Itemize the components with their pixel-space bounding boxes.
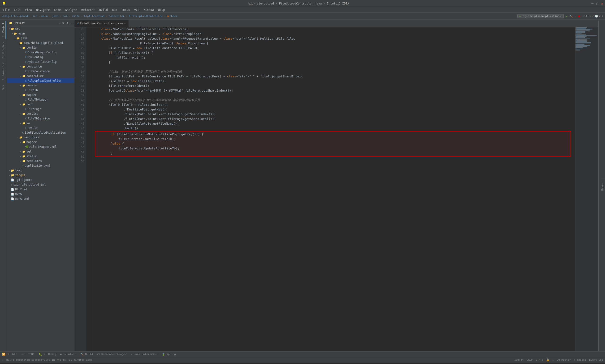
todo-tab[interactable]: ≡ 6: TODO bbox=[19, 352, 36, 356]
menu-window[interactable]: Window bbox=[142, 8, 155, 12]
tab-close-button[interactable]: ✕ bbox=[124, 22, 126, 25]
stop-button[interactable]: ■ bbox=[578, 15, 580, 18]
breadcrumb-method[interactable]: check bbox=[170, 15, 178, 18]
line-num-44: 44 bbox=[75, 117, 84, 121]
menu-view[interactable]: View bbox=[23, 8, 34, 12]
tree-item-mvnw[interactable]: 📄mvnw bbox=[7, 192, 74, 196]
menu-edit[interactable]: Edit bbox=[12, 8, 23, 12]
nav-back-icon[interactable]: ◁ bbox=[2, 15, 3, 18]
tree-item-resources[interactable]: ▾📂resources bbox=[7, 135, 74, 140]
close-button[interactable]: ✕ bbox=[601, 2, 603, 5]
tree-item-mapper[interactable]: ▸📁mapper bbox=[7, 92, 74, 97]
menu-vcs[interactable]: VCS bbox=[132, 8, 141, 12]
tree-item-filetb[interactable]: CFileTb bbox=[7, 88, 74, 92]
tree-item-static[interactable]: ▸📁static bbox=[7, 154, 74, 159]
java-enterprise-tab[interactable]: ☕ Java Enterprise bbox=[129, 352, 159, 356]
tree-item-crossoriginconfig[interactable]: CCrossOriginConfig bbox=[7, 50, 74, 55]
tree-item-filetbmapper-xml[interactable]: 🌿FileTbMapper.xml bbox=[7, 144, 74, 149]
tree-item-constance[interactable]: ▸📁constance bbox=[7, 64, 74, 69]
tree-item-domain[interactable]: ▸📁domain bbox=[7, 83, 74, 88]
tree-item-mapper[interactable]: ▸📁mapper bbox=[7, 140, 74, 144]
tree-item-help-md[interactable]: 📄HELP.md bbox=[7, 187, 74, 192]
breadcrumb-com[interactable]: com bbox=[63, 15, 67, 18]
project-settings-icon[interactable]: ⚙ bbox=[67, 22, 69, 25]
tree-item-templates[interactable]: ▸📁templates bbox=[7, 159, 74, 163]
project-minimize-icon[interactable]: ─ bbox=[71, 22, 72, 25]
tree-item-filepojo[interactable]: CFilePojo bbox=[7, 107, 74, 111]
status-spaces[interactable]: 4 spaces bbox=[574, 358, 586, 361]
status-linesep[interactable]: CRLF bbox=[526, 358, 533, 361]
maven-panel-tab[interactable]: Maven bbox=[600, 179, 605, 193]
tree-item-application-yml[interactable]: Yapplication.yml bbox=[7, 163, 74, 168]
breadcrumb-src[interactable]: src bbox=[32, 15, 37, 18]
project-add-icon[interactable]: + bbox=[58, 22, 60, 25]
status-position[interactable]: 100:44 bbox=[514, 358, 524, 361]
run-config-btn[interactable]: ▶ BigFileUploadApplication ▾ bbox=[517, 14, 564, 18]
tree-item-vo[interactable]: ▸📁vo bbox=[7, 121, 74, 126]
breadcrumb-class[interactable]: FileUploadController bbox=[131, 15, 163, 18]
menu-refactor[interactable]: Refactor bbox=[79, 8, 97, 12]
menu-navigate[interactable]: Navigate bbox=[34, 8, 52, 12]
tree-item-controller[interactable]: ▸📁controller bbox=[7, 74, 74, 78]
tree-item-pojo[interactable]: ▸📁pojo bbox=[7, 102, 74, 107]
tree-item-mvcconfig[interactable]: CMvcConfig bbox=[7, 55, 74, 60]
build-button[interactable]: 🔨 bbox=[570, 15, 573, 18]
menu-tools[interactable]: Tools bbox=[120, 8, 132, 12]
tree-item-big-file-upload-iml[interactable]: ◇big-file-upload.iml bbox=[7, 182, 74, 187]
tree-item-src[interactable]: ▾📂src bbox=[7, 26, 74, 31]
tree-item-config[interactable]: ▸📁config bbox=[7, 45, 74, 50]
project-sync-icon[interactable]: ⟳ bbox=[62, 22, 65, 25]
tree-item-service[interactable]: ▸📁service bbox=[7, 111, 74, 116]
tree-icon: 📁 bbox=[11, 174, 14, 177]
tree-icon: C bbox=[25, 56, 27, 59]
tree-item-mybatisplusconfig[interactable]: CMybatisPlusConfig bbox=[7, 60, 74, 64]
menu-help[interactable]: Help bbox=[156, 8, 167, 12]
terminal-tab[interactable]: ▶ Terminal bbox=[58, 352, 78, 356]
tree-item-bigfileuploadapplication[interactable]: CBigFileUploadApplication bbox=[7, 130, 74, 135]
tree-item-filetbmapper[interactable]: IFileTbMapper bbox=[7, 97, 74, 102]
tree-item-filetbservice[interactable]: CFileTbService bbox=[7, 116, 74, 121]
build-tab[interactable]: 🔨 Build bbox=[79, 352, 95, 356]
breadcrumb-controller[interactable]: controller bbox=[109, 15, 124, 18]
breadcrumb-project[interactable]: big-file-upload bbox=[4, 15, 28, 18]
status-encoding[interactable]: UTF-8 bbox=[536, 358, 543, 361]
status-git-branch[interactable]: ⎇ master bbox=[557, 358, 571, 361]
breadcrumb-zhifa[interactable]: zhifa bbox=[72, 15, 80, 18]
tree-item-target[interactable]: ▸📁target bbox=[7, 173, 74, 178]
activity-favorites[interactable]: 2: Favorites bbox=[1, 61, 6, 82]
tree-item-sql[interactable]: ▸📁sql bbox=[7, 149, 74, 154]
activity-structure[interactable]: Z: Structure bbox=[1, 40, 6, 60]
spring-tab[interactable]: 🍃 Spring bbox=[160, 352, 178, 356]
maximize-button[interactable]: □ bbox=[596, 2, 598, 5]
breadcrumb-main[interactable]: main bbox=[41, 15, 48, 18]
minimize-button[interactable]: ─ bbox=[591, 2, 593, 5]
db-changes-tab[interactable]: 🗃 Database Changes bbox=[95, 352, 128, 356]
menu-run[interactable]: Run bbox=[110, 8, 119, 12]
tree-item-test[interactable]: ▸📁test bbox=[7, 168, 74, 173]
tree-label: FileTbMapper.xml bbox=[29, 145, 57, 148]
menu-code[interactable]: Code bbox=[52, 8, 63, 12]
activity-project[interactable]: 1: Project bbox=[1, 21, 6, 39]
breadcrumb-java[interactable]: java bbox=[52, 15, 58, 18]
breadcrumb-bigfileupload[interactable]: bigfileupload bbox=[84, 15, 104, 18]
tree-item-result[interactable]: CResult bbox=[7, 126, 74, 130]
tree-item-main[interactable]: ▾📂main bbox=[7, 31, 74, 36]
menu-file[interactable]: File bbox=[1, 8, 12, 12]
database-panel-tab[interactable]: Database bbox=[598, 177, 600, 194]
git-tab[interactable]: 9: Git bbox=[6, 352, 19, 356]
menu-build[interactable]: Build bbox=[97, 8, 110, 12]
event-log-label[interactable]: Event Log bbox=[589, 358, 603, 361]
menu-analyze[interactable]: Analyze bbox=[63, 8, 79, 12]
tree-item--gitignore[interactable]: 📄.gitignore bbox=[7, 178, 74, 182]
code-content[interactable]: class="kw">private FileTbService fileTbS… bbox=[91, 27, 575, 351]
tree-item-fileuploadcontroller[interactable]: CFileUploadController bbox=[7, 78, 74, 83]
tree-item-java[interactable]: ▾📂java bbox=[7, 36, 74, 41]
tree-item-com-zhifa-bigfileupload[interactable]: ▾📂com.zhifa.bigfileupload bbox=[7, 41, 74, 45]
tree-item-fileconstance[interactable]: CFileConstance bbox=[7, 69, 74, 74]
reload-button[interactable]: ↻ bbox=[575, 15, 577, 18]
debug-tab[interactable]: 🐛 5: Debug bbox=[37, 352, 58, 356]
tree-item-mvnw-cmd[interactable]: 📄mvnw.cmd bbox=[7, 196, 74, 201]
activity-web[interactable]: Web bbox=[1, 83, 6, 91]
editor-tab-fileupload[interactable]: C FileUploadController.java ✕ bbox=[74, 20, 129, 27]
run-button[interactable]: ▶ bbox=[565, 14, 567, 18]
